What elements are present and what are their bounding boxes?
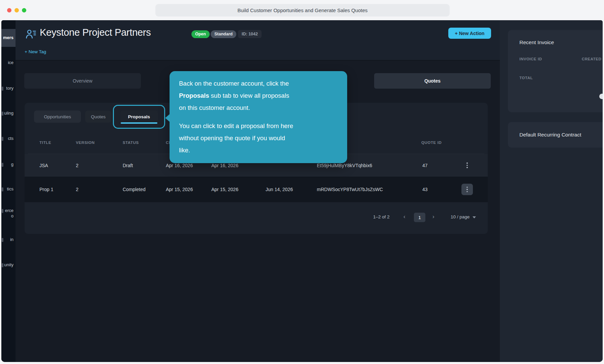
lesson-title-pill: Build Customer Opportunities and Generat… [155,4,450,17]
cell-token: mRDWSocYP8TwUt7bJsZsWC [317,187,383,192]
sidebar-item[interactable]: unity [4,262,13,268]
sidebar-item[interactable]: uling [4,111,13,117]
subtab-quotes[interactable]: Quotes [85,111,111,123]
left-sidebar: mers ice tory uling cts g tics erce o in… [1,20,16,362]
cell-quote-id: 43 [422,187,428,192]
status-badge: Open [191,30,210,38]
cell-version: 2 [76,163,79,168]
window-titlebar: Build Customer Opportunities and Generat… [0,0,604,20]
right-panel: Recent Invoice INVOICE ID CREATED TOTAL … [500,20,603,362]
recent-invoice-card: Recent Invoice INVOICE ID CREATED TOTAL [508,30,603,112]
table-row[interactable]: Prop 1 2 Completed Apr 15, 2026 Apr 15, … [25,177,488,202]
total-label: TOTAL [519,76,533,80]
sidebar-icon-fragment [2,209,3,213]
default-recurring-contract-title: Default Recurring Contract [519,132,581,138]
subtab-opportunities[interactable]: Opportunities [34,111,81,123]
sidebar-item[interactable]: cts [8,136,13,142]
close-window-icon[interactable] [7,8,11,12]
cell-expires: Jun 14, 2026 [266,187,293,192]
account-person-icon [26,29,36,39]
minimize-window-icon[interactable] [14,8,19,12]
column-header-title: TITLE [39,141,51,145]
chevron-down-icon[interactable] [473,216,476,218]
account-id-badge: ID: 1042 [238,30,262,38]
sidebar-icon-fragment [2,187,3,191]
pagination-page-size[interactable]: 10 / page [451,214,470,219]
lesson-title: Build Customer Opportunities and Generat… [237,7,367,13]
pagination-next-icon[interactable]: › [432,213,434,220]
new-action-button[interactable]: + New Action [448,28,491,39]
tooltip-text: like. [179,144,339,156]
tooltip-text: without opening the quote if you would [179,132,339,144]
sidebar-item[interactable]: ice [8,60,13,66]
sidebar-icon-fragment [2,238,3,242]
sidebar-icon-fragment [2,163,3,167]
sidebar-item-customers[interactable]: mers [3,35,13,41]
sidebar-item[interactable]: tory [6,86,13,92]
default-recurring-contract-card: Default Recurring Contract [508,122,603,148]
sidebar-item[interactable]: in [10,237,13,243]
tab-quotes[interactable]: Quotes [374,73,491,89]
zoom-window-icon[interactable] [22,8,26,12]
cell-created: Apr 15, 2026 [166,187,193,192]
tooltip-text: Proposals sub tab to view all proposals [179,90,339,102]
new-tag-button[interactable]: + New Tag [25,49,46,54]
sidebar-item[interactable]: tics [7,186,14,192]
sidebar-item[interactable]: g [11,162,13,168]
plan-badge: Standard [211,30,236,38]
app-window: mers ice tory uling cts g tics erce o in… [1,20,603,362]
sidebar-icon-fragment [2,87,3,91]
row-menu-kebab-icon[interactable] [461,160,473,171]
tab-overview[interactable]: Overview [24,73,141,89]
cell-status: Draft [123,163,133,168]
column-header-quote-id: QUOTE ID [421,141,442,145]
cell-created: Apr 16, 2026 [166,163,193,168]
sidebar-icon-fragment [2,263,3,267]
tutorial-tooltip: Back on the customer account, click the … [170,71,347,163]
sidebar-icon-fragment [2,112,3,116]
cell-updated: Apr 15, 2026 [211,187,238,192]
pagination-current-page[interactable]: 1 [414,213,425,222]
sidebar-item[interactable]: o [11,213,13,219]
sidebar-icon-fragment [2,137,3,141]
cell-version: 2 [76,187,79,192]
recent-invoice-title: Recent Invoice [519,39,554,46]
cell-token: Et59jHulMByY8kVTqhbix6 [317,163,372,168]
cell-title: Prop 1 [39,187,53,192]
pagination-prev-icon[interactable]: ‹ [403,213,405,220]
pagination-range: 1–2 of 2 [373,214,390,219]
cutoff-element [599,94,603,99]
account-header: Keystone Project Partners Open Standard … [16,20,500,61]
cell-status: Completed [123,187,146,192]
cell-updated: Apr 16, 2026 [211,163,238,168]
cell-title: JSA [39,163,48,168]
row-menu-kebab-icon[interactable] [461,184,473,195]
column-header-status: STATUS [123,141,139,145]
tooltip-text: Back on the customer account, click the [179,78,339,90]
column-header-version: VERSION [76,141,95,145]
tooltip-arrow-icon [165,114,170,122]
created-label: CREATED [582,57,601,61]
tooltip-text: on this customer account. [179,102,339,114]
tooltip-text: You can click to edit a proposal from he… [179,120,339,132]
cell-quote-id: 47 [422,163,428,168]
account-title: Keystone Project Partners [40,27,151,38]
tutorial-highlight-ring [113,105,165,129]
invoice-id-label: INVOICE ID [519,57,542,61]
